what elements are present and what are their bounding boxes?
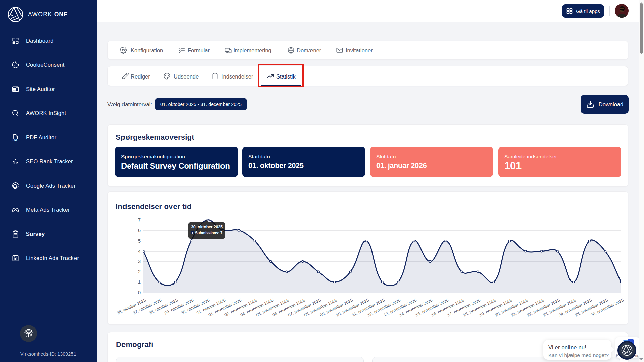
svg-text:PDF: PDF (13, 138, 18, 141)
